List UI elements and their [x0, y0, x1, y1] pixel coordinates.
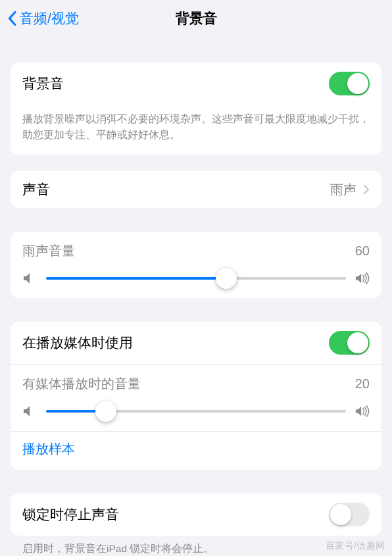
group-media: 在播放媒体时使用 有媒体播放时的音量 20 [11, 322, 381, 470]
rain-volume-slider[interactable] [46, 277, 346, 280]
row-stop-on-lock: 锁定时停止声音 [11, 493, 381, 536]
group-background-sound: 背景音 播放背景噪声以消弭不必要的环境杂声。这些声音可最大限度地减少干扰，助您更… [11, 63, 381, 155]
row-use-with-media: 在播放媒体时使用 [11, 322, 381, 364]
group-sound: 声音 雨声 [11, 171, 381, 208]
background-sound-label: 背景音 [22, 74, 64, 93]
volume-min-icon [22, 405, 37, 418]
page-title: 背景音 [176, 9, 217, 28]
sound-value: 雨声 [330, 181, 356, 199]
back-button[interactable]: 音频/视觉 [7, 9, 79, 28]
group-stop-on-lock: 锁定时停止声音 [11, 493, 381, 536]
chevron-right-icon [363, 184, 370, 195]
volume-min-icon [22, 272, 37, 285]
play-sample-link: 播放样本 [22, 442, 75, 456]
media-volume-label: 有媒体播放时的音量 [22, 375, 141, 393]
use-with-media-toggle[interactable] [329, 331, 370, 355]
media-volume-slider[interactable] [46, 410, 346, 413]
nav-bar: 音频/视觉 背景音 [0, 0, 392, 36]
background-sound-desc: 播放背景噪声以消弭不必要的环境杂声。这些声音可最大限度地减少干扰，助您更加专注、… [11, 105, 381, 155]
rain-volume-value: 60 [355, 243, 370, 259]
media-volume-value: 20 [355, 376, 370, 392]
rain-volume-label: 雨声音量 [22, 242, 75, 260]
chevron-left-icon [7, 11, 17, 26]
stop-on-lock-toggle[interactable] [329, 503, 370, 526]
use-with-media-label: 在播放媒体时使用 [22, 334, 133, 352]
sound-label: 声音 [22, 180, 50, 199]
volume-max-icon [355, 405, 370, 418]
row-background-sound: 背景音 [11, 63, 381, 105]
stop-on-lock-label: 锁定时停止声音 [22, 505, 119, 524]
watermark: 百家号/信趣网 [326, 540, 385, 552]
back-label: 音频/视觉 [20, 9, 79, 28]
group-rain-volume: 雨声音量 60 [11, 232, 381, 298]
row-play-sample[interactable]: 播放样本 [11, 431, 381, 470]
row-sound[interactable]: 声音 雨声 [11, 171, 381, 208]
volume-max-icon [355, 272, 370, 285]
background-sound-toggle[interactable] [329, 72, 370, 95]
